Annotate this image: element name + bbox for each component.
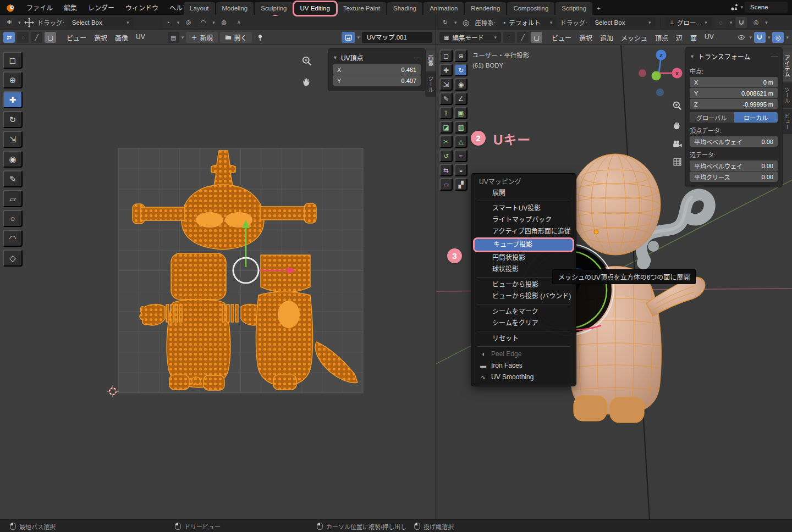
viewport-3d[interactable]: ◻⊕✚↻⇲◉✎∠⇧▣◪▥✂△↺≈⇆◒▱▞ ユーザー・平行投影 (61) BODY… — [436, 45, 792, 519]
active-tool-icon[interactable]: ✚ — [3, 17, 15, 28]
menu-item[interactable]: ビューから投影 (バウンド) — [474, 291, 574, 302]
pan-hand-icon[interactable] — [669, 118, 685, 133]
tool-rip-region[interactable]: ▞ — [454, 178, 468, 191]
uv-coordinate-field[interactable]: Y0.407 — [333, 75, 421, 86]
face-mode-button[interactable]: ▢ — [531, 32, 542, 43]
workspace-tab[interactable]: + — [593, 2, 604, 15]
tool-inset[interactable]: ▣ — [454, 107, 468, 119]
tool-measure[interactable]: ∠ — [454, 92, 468, 105]
topbar-menu[interactable]: ファイル — [21, 3, 58, 12]
collapse-caret-icon[interactable]: ▼ — [690, 54, 695, 59]
vertex-mode-button[interactable]: ∙ — [503, 32, 515, 43]
mode-dropdown[interactable]: ▦編集モード▾ — [439, 32, 501, 43]
zoom-icon[interactable] — [669, 98, 685, 113]
snap-falloff-icon[interactable]: ∧ — [233, 17, 245, 28]
drag-mode-dropdown[interactable]: Select Box▾ — [68, 17, 134, 28]
uv-canvas[interactable]: ◻⊕✚↻⇲◉✎▱○◠◇ ▼UV頂点— X0.461Y0.407 画像ツール — [0, 45, 436, 519]
workspace-tab[interactable]: Shading — [387, 2, 422, 15]
scene-name-field[interactable]: Scene — [745, 2, 788, 13]
edge-data-field[interactable]: 平均クリース0.00 — [690, 171, 778, 182]
sidebar-tab[interactable]: ツール — [425, 71, 436, 97]
active-tool-icon[interactable]: ↻ — [439, 17, 451, 28]
viewport-menu[interactable]: 頂点 — [651, 33, 672, 42]
menu-item[interactable]: ▬Iron Faces — [474, 360, 574, 372]
edge-mode-button[interactable]: ╱ — [517, 32, 529, 43]
collapse-caret-icon[interactable]: ▼ — [333, 55, 338, 60]
transform-orientation-dropdown[interactable]: ⟂グロー...▾ — [666, 17, 711, 28]
menu-item[interactable]: ∿UV Smoothing — [474, 372, 574, 383]
snap-toggle-icon[interactable] — [754, 32, 766, 43]
menu-item[interactable] — [474, 199, 574, 203]
sidebar-tab[interactable]: ビュー — [782, 109, 792, 134]
topbar-menu[interactable]: ウィンドウ — [120, 3, 164, 12]
chevron-down-icon[interactable]: ▾ — [357, 35, 360, 40]
menu-item[interactable]: 展開 — [474, 187, 574, 199]
viewport-menu[interactable]: 辺 — [672, 33, 686, 42]
tool-annotate[interactable]: ✎ — [3, 170, 23, 187]
menu-item[interactable] — [474, 302, 574, 306]
median-coordinate-field[interactable]: Z-0.99995 m — [690, 99, 778, 109]
tool-shrink-fatten[interactable]: ◒ — [454, 164, 468, 176]
uv-sync-selection-toggle[interactable]: ⇄ — [3, 32, 15, 43]
visibility-eye-icon[interactable] — [735, 32, 747, 43]
toggle-grid-icon[interactable] — [669, 154, 685, 169]
uv-menu[interactable]: 選択 — [90, 33, 111, 42]
proportional-edit-icon[interactable]: ◎ — [750, 17, 762, 28]
tool-pinch[interactable]: ◇ — [3, 250, 23, 267]
median-coordinate-field[interactable]: Y0.008621 m — [690, 88, 778, 98]
viewport-menu[interactable]: 選択 — [575, 33, 596, 42]
proportional-falloff-dropdown[interactable]: ◠ — [197, 17, 209, 28]
uvmap-name-field[interactable]: UVマップ.001 — [362, 32, 432, 43]
drag-mode-dropdown[interactable]: Select Box▾ — [590, 17, 655, 28]
tool-loop-cut[interactable]: ▥ — [454, 121, 468, 134]
tool-rotate[interactable]: ↻ — [454, 64, 468, 76]
uv-menu[interactable]: ビュー — [63, 33, 90, 42]
viewport-menu[interactable]: メッシュ — [617, 33, 651, 42]
image-open-button[interactable]: 開く — [220, 32, 252, 43]
menu-item[interactable]: リセット — [474, 333, 574, 345]
menu-item[interactable]: アクティブ四角形面に追従 — [474, 226, 574, 237]
sidebar-tab[interactable]: 画像 — [425, 51, 436, 70]
median-coordinate-field[interactable]: X0 m — [690, 77, 778, 87]
menu-item[interactable] — [474, 329, 574, 333]
tool-rip-region[interactable]: ▱ — [3, 190, 23, 207]
falloff-dropdown[interactable]: ◔ — [162, 17, 174, 28]
tool-cursor[interactable]: ⊕ — [454, 49, 468, 62]
uv-select-vertex-button[interactable]: ∙ — [17, 32, 29, 43]
pan-hand-icon[interactable] — [299, 74, 314, 89]
workspace-tab[interactable]: Compositing — [507, 2, 554, 15]
tool-grab[interactable]: ○ — [3, 210, 23, 227]
uvmap-icon[interactable] — [342, 32, 355, 43]
menu-item[interactable]: シームをマーク — [474, 306, 574, 318]
tool-transform[interactable]: ◉ — [3, 151, 23, 168]
menu-item[interactable]: スマートUV投影 — [474, 203, 574, 214]
tool-scale[interactable]: ⇲ — [3, 131, 23, 148]
navigation-gizmo[interactable]: Z X — [630, 48, 685, 101]
tool-smooth[interactable]: ≈ — [454, 149, 468, 162]
tool-spin[interactable]: ↺ — [439, 149, 453, 162]
local-button[interactable]: ローカル — [734, 112, 778, 123]
vertex-data-field[interactable]: 平均ベベルウェイ0.00 — [690, 136, 778, 147]
menu-item[interactable]: 円筒状投影 — [474, 252, 574, 264]
tool-edge-slide[interactable]: ⇆ — [439, 164, 453, 176]
uv-menu[interactable]: 画像 — [111, 33, 132, 42]
tool-move[interactable]: ✚ — [3, 91, 23, 108]
pivot-point-dropdown[interactable]: ◌ — [715, 17, 727, 28]
snap-magnet-icon[interactable] — [735, 17, 747, 28]
workspace-tab[interactable]: Sculpting — [255, 2, 293, 15]
viewport-menu[interactable]: ビュー — [548, 33, 575, 42]
uv-select-edge-button[interactable]: ╱ — [31, 32, 42, 43]
tool-knife[interactable]: ✂ — [439, 135, 453, 148]
menu-header[interactable]: UVマッピング — [474, 176, 574, 187]
tool-rotate[interactable]: ↻ — [3, 111, 23, 128]
tool-annotate[interactable]: ✎ — [439, 92, 453, 105]
proportional-edit-button[interactable]: ◎ — [183, 17, 194, 28]
uv-coordinate-field[interactable]: X0.461 — [333, 64, 421, 75]
tool-extrude[interactable]: ⇧ — [439, 107, 453, 119]
workspace-tab[interactable]: Modeling — [216, 2, 254, 15]
tool-transform[interactable]: ◉ — [454, 78, 468, 91]
tool-select-box[interactable]: ◻ — [3, 52, 23, 69]
tool-move[interactable]: ✚ — [439, 64, 453, 76]
topbar-menu[interactable]: 編集 — [58, 3, 82, 12]
image-new-button[interactable]: ＋新規 — [186, 32, 218, 43]
